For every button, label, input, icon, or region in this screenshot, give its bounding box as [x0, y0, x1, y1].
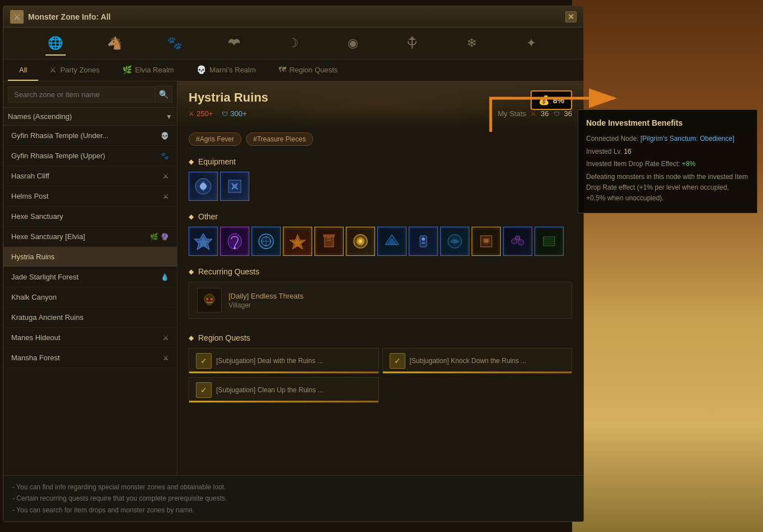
- ap-value: 250+: [197, 109, 213, 118]
- quest-item-1: [Daily] Endless Threats Villager: [189, 282, 572, 319]
- other-item-12[interactable]: [534, 227, 564, 256]
- window-icon: ⚔: [10, 10, 24, 24]
- zone-icon-special: 🔮: [161, 233, 169, 241]
- other-item-6[interactable]: [346, 227, 375, 256]
- other-item-7[interactable]: [377, 227, 406, 256]
- zone-icon: ⚔: [163, 334, 169, 342]
- equipment-item-2[interactable]: [220, 172, 249, 201]
- tab-all-label: All: [19, 66, 27, 74]
- other-item-11[interactable]: [503, 227, 532, 256]
- sort-dropdown[interactable]: Names (Ascending) ▼: [3, 108, 177, 126]
- zone-item-name: Mansha Forest: [11, 354, 163, 362]
- zone-tags: #Agris Fever #Treasure Pieces: [177, 127, 583, 152]
- zone-item-helms[interactable]: Helms Post ⚔: [3, 186, 177, 207]
- zone-item-hasrah[interactable]: Hasrah Cliff ⚔: [3, 166, 177, 186]
- tab-elvia[interactable]: 🌿 Elvia Realm: [111, 59, 185, 81]
- other-item-5[interactable]: [314, 227, 344, 256]
- connected-node-value: [Pilgrim's Sanctum: Obedience]: [641, 135, 734, 143]
- other-item-4[interactable]: [283, 227, 312, 256]
- zone-item-manes[interactable]: Manes Hideout ⚔: [3, 328, 177, 348]
- content-area: 🔍 Names (Ascending) ▼ Gyfin Rhasia Templ…: [3, 81, 583, 475]
- quest-name-1: [Daily] Endless Threats: [229, 292, 564, 300]
- zone-item-name: Khalk Canyon: [11, 293, 169, 301]
- icon-tab-moon[interactable]: ☽: [282, 32, 304, 54]
- search-button[interactable]: 🔍: [156, 86, 172, 103]
- region-quest-3: ✓ [Subjugation] Clean Up the Ruins ...: [189, 377, 379, 403]
- tab-marni[interactable]: 💀 Marni's Realm: [185, 59, 267, 81]
- equipment-item-1[interactable]: [189, 172, 218, 201]
- tag-treasure: #Treasure Pieces: [246, 132, 313, 146]
- window-footer: - You can find info regarding special mo…: [3, 475, 583, 521]
- other-item-8[interactable]: [409, 227, 438, 256]
- zone-item-icons: ⚔: [163, 192, 169, 200]
- shield-icon-my: 🛡: [554, 111, 560, 117]
- icon-tab-wings[interactable]: [223, 32, 245, 54]
- svg-point-2: [200, 183, 207, 190]
- zone-item-jade[interactable]: Jade Starlight Forest 💧: [3, 267, 177, 287]
- category-tabs: All ⚔ Party Zones 🌿 Elvia Realm 💀 Marni'…: [3, 59, 583, 81]
- coin-icon: 💰: [538, 95, 550, 106]
- search-bar: 🔍: [3, 81, 177, 108]
- node-investment-badge[interactable]: 💰 8%: [531, 90, 572, 110]
- search-input[interactable]: [8, 86, 156, 103]
- dp-value: 300+: [230, 109, 246, 118]
- ap-stat: ⚔ 250+: [189, 109, 213, 118]
- zone-item-gyfin-upper[interactable]: Gyfin Rhasia Temple (Upper) 🐾: [3, 146, 177, 166]
- zone-item-name: Gyfin Rhasia Temple (Upper): [11, 152, 161, 160]
- tab-region-label: Region Quests: [290, 66, 338, 74]
- other-item-10[interactable]: [472, 227, 501, 256]
- rq-name-3: [Subjugation] Clean Up the Ruins ...: [216, 386, 323, 394]
- zone-item-mansha[interactable]: Mansha Forest ⚔: [3, 348, 177, 368]
- svg-point-34: [211, 298, 213, 300]
- svg-point-8: [234, 247, 236, 249]
- diamond-icon-other: ◆: [189, 213, 194, 221]
- my-stats: My Stats ⚔ 36 🛡 36: [497, 109, 572, 118]
- zone-item-khalk[interactable]: Khalk Canyon: [3, 287, 177, 308]
- icon-tab-horse[interactable]: 🐴: [104, 32, 126, 54]
- other-item-3[interactable]: [252, 227, 281, 256]
- footer-line-2: - Certain recurring quests require that …: [12, 493, 574, 504]
- region-quests-section: ◆ Region Quests ✓ [Subjugation] Deal wit…: [177, 328, 583, 409]
- icon-tab-globe[interactable]: 🌐: [44, 32, 67, 54]
- title-bar-left: ⚔ Monster Zone Info: All: [10, 10, 111, 24]
- recurring-label: Recurring Quests: [198, 267, 259, 276]
- footer-line-1: - You can find info regarding special mo…: [12, 481, 574, 493]
- zone-item-hexe-elvia[interactable]: Hexe Sanctuary [Elvia] 🌿 🔮: [3, 227, 177, 247]
- zone-icon-elvia: 🌿: [150, 233, 158, 241]
- other-label: Other: [198, 212, 218, 221]
- zone-stats: ⚔ 250+ 🛡 300+ My Stats ⚔ 36 🛡 36: [189, 109, 572, 118]
- close-button[interactable]: ✕: [565, 11, 577, 22]
- region-quest-1: ✓ [Subjugation] Deal with the Ruins ...: [189, 348, 379, 374]
- icon-tab-anchor[interactable]: [401, 32, 423, 54]
- zone-item-hystria[interactable]: Hystria Ruins: [3, 247, 177, 267]
- icon-tab-beast[interactable]: 🐾: [163, 32, 186, 54]
- zone-item-hexe[interactable]: Hexe Sanctuary: [3, 207, 177, 227]
- tab-region[interactable]: 🗺 Region Quests: [267, 59, 349, 81]
- tab-party[interactable]: ⚔ Party Zones: [38, 59, 111, 81]
- zone-icon: ⚔: [163, 172, 169, 180]
- zone-icon: 💧: [161, 273, 169, 281]
- background-scene: [572, 0, 763, 532]
- icon-tab-eye[interactable]: ◉: [341, 32, 364, 54]
- zone-header: Hystria Ruins ⚔ 250+ 🛡 300+ My Stats ⚔ 3…: [177, 81, 583, 127]
- icon-tab-sun[interactable]: ✦: [520, 32, 542, 54]
- rq-check-2: ✓: [390, 353, 405, 369]
- svg-rect-4: [232, 184, 237, 189]
- other-item-9[interactable]: [440, 227, 469, 256]
- drop-rate-label: Invested Item Drop Rate Effect:: [586, 160, 680, 168]
- icon-tab-snowflake[interactable]: ❄: [460, 32, 483, 54]
- zone-item-icons: ⚔: [163, 354, 169, 362]
- zone-item-kratuga[interactable]: Kratuga Ancient Ruins: [3, 308, 177, 328]
- tab-party-icon: ⚔: [49, 65, 57, 74]
- zone-item-icons: ⚔: [163, 172, 169, 180]
- rq-name-2: [Subjugation] Knock Down the Ruins ...: [410, 357, 527, 365]
- tab-elvia-icon: 🌿: [122, 65, 132, 74]
- quest-type-1: Villager: [229, 301, 564, 309]
- zone-item-gyfin-under[interactable]: Gyfin Rhasia Temple (Under... 💀: [3, 126, 177, 146]
- dp-stat: 🛡 300+: [222, 109, 246, 118]
- tab-all[interactable]: All: [8, 60, 38, 81]
- other-item-1[interactable]: [189, 227, 218, 256]
- diamond-icon-rq: ◆: [189, 268, 194, 276]
- other-item-2[interactable]: [220, 227, 249, 256]
- tab-marni-label: Marni's Realm: [209, 66, 256, 74]
